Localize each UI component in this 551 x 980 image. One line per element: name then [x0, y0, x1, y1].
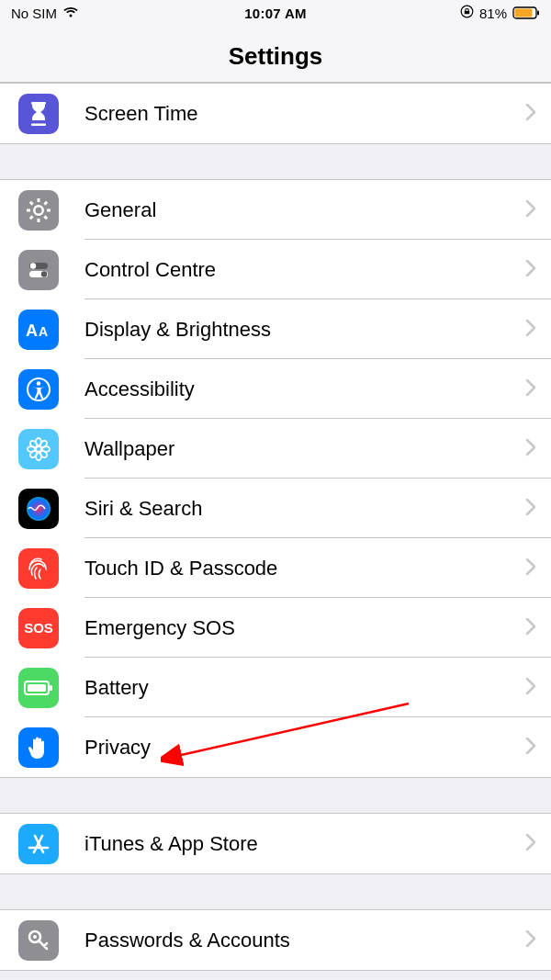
- group-separator: [0, 874, 551, 909]
- chevron-right-icon: [525, 199, 536, 221]
- battery-percent: 81%: [479, 6, 507, 21]
- battery-icon: [512, 6, 540, 19]
- settings-item-label: Battery: [84, 676, 525, 700]
- chevron-right-icon: [525, 833, 536, 855]
- svg-rect-11: [29, 215, 34, 220]
- settings-item-emergency-sos[interactable]: SOS Emergency SOS: [0, 598, 551, 658]
- svg-rect-13: [43, 215, 48, 220]
- svg-point-27: [29, 439, 39, 448]
- settings-item-general[interactable]: General: [0, 180, 551, 240]
- settings-item-label: Wallpaper: [84, 437, 525, 461]
- settings-item-display-brightness[interactable]: AA Display & Brightness: [0, 299, 551, 359]
- aa-icon: AA: [18, 310, 59, 350]
- status-bar: No SIM 10:07 AM 81%: [0, 0, 551, 26]
- svg-point-37: [33, 935, 37, 939]
- settings-item-siri-search[interactable]: Siri & Search: [0, 479, 551, 538]
- sim-status: No SIM: [11, 6, 57, 21]
- svg-text:A: A: [39, 324, 48, 339]
- svg-point-30: [29, 449, 39, 458]
- svg-text:SOS: SOS: [24, 620, 53, 636]
- settings-group: Passwords & Accounts: [0, 909, 551, 971]
- accessibility-icon: [18, 369, 59, 410]
- orientation-lock-icon: [460, 5, 474, 21]
- svg-rect-2: [515, 9, 533, 17]
- settings-item-label: Display & Brightness: [84, 318, 525, 342]
- settings-item-itunes-app-store[interactable]: iTunes & App Store: [0, 814, 551, 873]
- status-right: 81%: [460, 5, 540, 21]
- settings-item-battery[interactable]: Battery: [0, 658, 551, 717]
- svg-point-15: [30, 263, 36, 268]
- page-header: Settings: [0, 26, 551, 83]
- hourglass-icon: [18, 94, 59, 134]
- svg-rect-10: [43, 200, 48, 205]
- settings-item-label: Screen Time: [84, 102, 525, 126]
- chevron-right-icon: [525, 737, 536, 759]
- svg-rect-12: [29, 200, 34, 205]
- page-title: Settings: [0, 42, 551, 71]
- siri-icon: [18, 489, 59, 529]
- settings-item-privacy[interactable]: Privacy: [0, 717, 551, 777]
- svg-point-17: [41, 271, 47, 276]
- svg-point-21: [37, 381, 40, 385]
- svg-point-29: [39, 439, 49, 448]
- chevron-right-icon: [525, 378, 536, 400]
- settings-item-control-centre[interactable]: Control Centre: [0, 240, 551, 299]
- settings-item-label: Accessibility: [84, 377, 525, 401]
- group-separator: [0, 144, 551, 179]
- svg-rect-9: [47, 208, 51, 211]
- svg-rect-5: [31, 123, 46, 126]
- settings-item-label: Touch ID & Passcode: [84, 557, 525, 580]
- chevron-right-icon: [525, 259, 536, 281]
- key-icon: [18, 920, 59, 961]
- fingerprint-icon: [18, 548, 59, 589]
- settings-item-passwords-accounts[interactable]: Passwords & Accounts: [0, 910, 551, 970]
- settings-item-label: Control Centre: [84, 258, 525, 282]
- sos-icon: SOS: [18, 608, 59, 648]
- status-left: No SIM: [11, 6, 79, 21]
- flower-icon: [18, 429, 59, 469]
- svg-point-31: [27, 497, 51, 521]
- settings-item-touch-id[interactable]: Touch ID & Passcode: [0, 538, 551, 598]
- chevron-right-icon: [525, 498, 536, 520]
- hand-icon: [18, 727, 59, 768]
- settings-item-screen-time[interactable]: Screen Time: [0, 84, 551, 143]
- switches-icon: [18, 250, 59, 290]
- settings-group: General Control Centre AA Display & Brig…: [0, 179, 551, 778]
- settings-item-label: Emergency SOS: [84, 616, 525, 640]
- wifi-icon: [62, 6, 79, 21]
- svg-rect-8: [27, 208, 30, 211]
- svg-rect-7: [38, 219, 40, 222]
- svg-rect-6: [38, 198, 40, 202]
- gear-icon: [18, 190, 59, 231]
- settings-item-wallpaper[interactable]: Wallpaper: [0, 419, 551, 479]
- group-separator: [0, 778, 551, 813]
- status-time: 10:07 AM: [244, 6, 307, 21]
- chevron-right-icon: [525, 319, 536, 341]
- settings-item-label: iTunes & App Store: [84, 832, 525, 856]
- settings-item-label: Passwords & Accounts: [84, 929, 525, 952]
- chevron-right-icon: [525, 929, 536, 952]
- chevron-right-icon: [525, 103, 536, 125]
- svg-rect-3: [537, 11, 539, 16]
- svg-rect-4: [31, 102, 46, 105]
- chevron-right-icon: [525, 438, 536, 460]
- settings-item-accessibility[interactable]: Accessibility: [0, 359, 551, 419]
- settings-item-label: Siri & Search: [84, 497, 525, 521]
- svg-text:A: A: [26, 321, 38, 340]
- battery-icon: [18, 668, 59, 708]
- settings-item-label: Privacy: [84, 736, 525, 760]
- appstore-icon: [18, 824, 59, 864]
- chevron-right-icon: [525, 558, 536, 580]
- chevron-right-icon: [525, 617, 536, 639]
- chevron-right-icon: [525, 677, 536, 699]
- svg-point-28: [39, 449, 49, 458]
- svg-rect-35: [28, 684, 46, 692]
- settings-group: iTunes & App Store: [0, 813, 551, 874]
- settings-item-label: General: [84, 198, 525, 222]
- settings-group: Screen Time: [0, 83, 551, 144]
- svg-rect-34: [50, 685, 52, 691]
